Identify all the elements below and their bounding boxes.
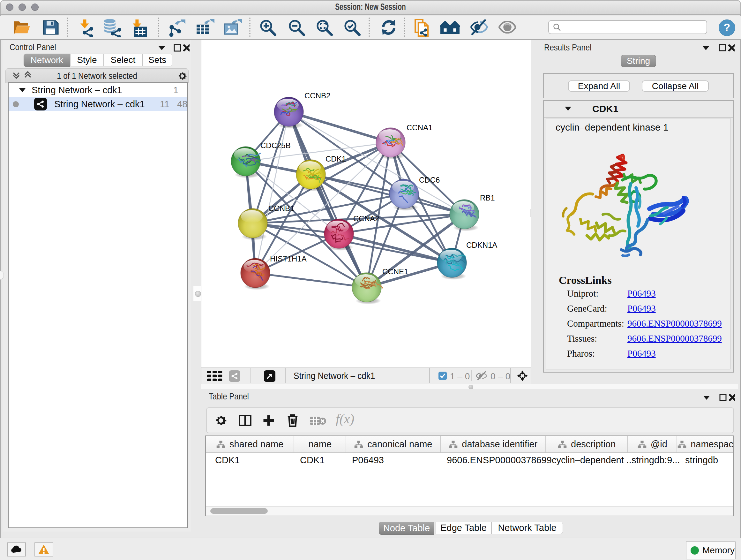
svg-text:CCNA2: CCNA2 [353,214,379,223]
svg-text:CDKN1A: CDKN1A [466,241,497,249]
svg-text:RB1: RB1 [480,193,495,202]
svg-text:CDC25B: CDC25B [260,141,291,150]
svg-text:CCNA1: CCNA1 [407,123,432,132]
svg-text:CCNB2: CCNB2 [305,91,330,100]
svg-text:CCNE1: CCNE1 [382,267,408,276]
svg-text:CDK1: CDK1 [326,154,346,163]
svg-text:CCNB1: CCNB1 [268,204,294,212]
svg-text:CDC6: CDC6 [419,176,440,184]
svg-text:HIST1H1A: HIST1H1A [270,254,307,263]
